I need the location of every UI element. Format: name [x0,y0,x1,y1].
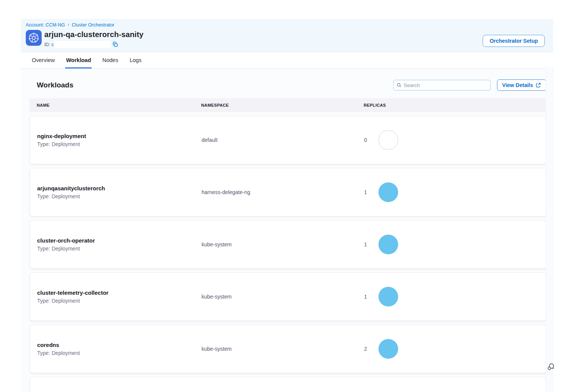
replicas-count: 0 [364,137,368,143]
workloads-heading: Workloads [37,81,73,89]
workload-name: cluster-orch-operator [37,237,202,244]
replica-status-circle [378,182,398,202]
workload-name: coredns [37,342,202,348]
column-header-namespace: NAMESPACE [201,103,364,107]
replicas-count: 2 [364,346,368,352]
column-header-name: NAME [30,103,201,107]
workloads-section: Workloads View Details [21,69,553,392]
column-header-replicas: REPLICAS [364,103,547,107]
search-icon [397,82,402,88]
copy-icon[interactable] [113,42,118,47]
replica-status-circle [378,287,398,306]
workload-namespace: kube-system [202,241,364,247]
replicas-count: 1 [364,189,368,195]
tab-bar: Overview Workload Nodes Logs [21,52,553,69]
table-row[interactable]: arjunqasanityclusterorch Type: Deploymen… [30,168,547,216]
workload-type: Type: Deployment [37,298,202,304]
external-link-icon [536,82,541,88]
table-row[interactable]: nginx-deployment Type: Deployment defaul… [30,116,547,164]
breadcrumb: Account: CCM-NG › Cluster Orchestrator [26,22,545,28]
breadcrumb-separator-icon: › [68,22,69,27]
cluster-id-redacted-value [54,41,110,48]
table-header-row: NAME NAMESPACE REPLICAS [30,98,547,112]
table-row-partial[interactable] [30,377,547,392]
workload-name: cluster-telemetry-collector [37,289,202,296]
breadcrumb-cluster-orchestrator-link[interactable]: Cluster Orchestrator [72,22,115,28]
workload-type: Type: Deployment [37,141,202,147]
tab-nodes[interactable]: Nodes [102,52,119,68]
workload-namespace: kube-system [202,346,364,352]
tab-workload[interactable]: Workload [65,52,92,68]
workload-type: Type: Deployment [37,246,202,252]
orchestrator-setup-button[interactable]: Orchestrator Setup [483,35,545,47]
workload-namespace: kube-system [202,294,364,300]
cluster-id-label: ID: c [44,42,54,47]
table-row[interactable]: cluster-orch-operator Type: Deployment k… [30,220,547,269]
table-row[interactable]: coredns Type: Deployment kube-system 2 [30,325,547,373]
tab-logs[interactable]: Logs [129,52,142,68]
page-title: arjun-qa-clusterorch-sanity [44,30,144,39]
page-header: Account: CCM-NG › Cluster Orchestrator [21,19,553,52]
replicas-count: 1 [364,241,368,247]
main-panel: Account: CCM-NG › Cluster Orchestrator [21,19,553,392]
workload-type: Type: Deployment [37,350,202,356]
replicas-count: 1 [364,294,368,300]
view-details-label: View Details [502,82,533,88]
replica-status-circle [378,130,398,150]
workload-namespace: harness-delegate-ng [202,189,364,195]
workload-type: Type: Deployment [37,193,202,199]
kubernetes-icon [26,30,42,46]
vertical-scrollbar[interactable] [546,67,553,392]
search-input[interactable] [403,82,487,88]
search-box [393,80,491,90]
breadcrumb-account-link[interactable]: Account: CCM-NG [26,22,65,28]
tab-overview[interactable]: Overview [31,52,55,68]
chat-help-icon[interactable] [547,362,555,372]
workload-namespace: default [202,137,364,143]
table-row[interactable]: cluster-telemetry-collector Type: Deploy… [30,272,547,321]
replica-status-circle [378,235,398,254]
workload-name: arjunqasanityclusterorch [37,185,202,191]
view-details-button[interactable]: View Details [497,79,546,91]
replica-status-circle [378,339,398,359]
workload-name: nginx-deployment [37,133,202,139]
